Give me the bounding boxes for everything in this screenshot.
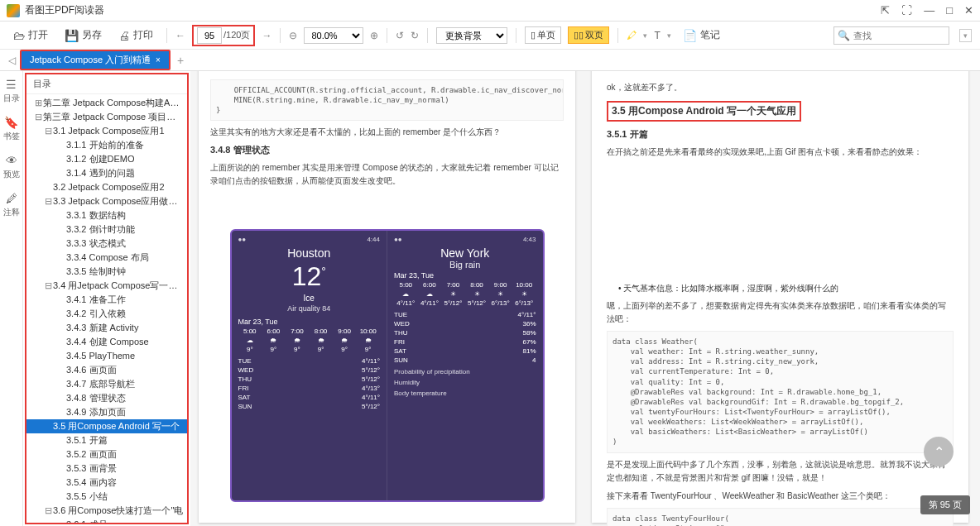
outline-item[interactable]: 3.1.4 遇到的问题 bbox=[26, 166, 187, 180]
page-right: ok，这就差不多了。 3.5 用Compose Android 写一个天气应用 … bbox=[592, 71, 968, 523]
prev-page-icon[interactable]: ← bbox=[175, 30, 185, 41]
open-button[interactable]: 🗁打开 bbox=[8, 26, 53, 44]
outline-item[interactable]: 3.4.2 引入依赖 bbox=[26, 307, 187, 321]
next-page-icon[interactable]: → bbox=[262, 30, 271, 41]
rotate-right-icon[interactable]: ↻ bbox=[411, 30, 419, 41]
tabbar: ◁ Jetpack Compose 入门到精通 × + bbox=[0, 50, 980, 71]
section-35-title: 3.5 用Compose Android 写一个天气应用 bbox=[607, 101, 801, 122]
print-button[interactable]: 🖨打印 bbox=[113, 26, 158, 44]
outline-item[interactable]: ⊟3.1 Jetpack Compose应用1 bbox=[26, 124, 187, 138]
sidebar-icon: 🔖 bbox=[4, 116, 18, 129]
outline-item[interactable]: 3.3.2 倒计时功能 bbox=[26, 222, 187, 237]
code-snippet: data class TwentyFourHour( val time: Str… bbox=[607, 508, 954, 526]
change-background-select[interactable]: 更换背景 bbox=[436, 27, 507, 44]
document-tab-title: Jetpack Compose 入门到精通 bbox=[30, 54, 151, 66]
code-snippet: OFFICIAL_ACCOUNT(R.string.official_accou… bbox=[210, 79, 564, 121]
print-icon: 🖨 bbox=[118, 29, 130, 42]
outline-item[interactable]: 3.4.7 底部导航栏 bbox=[26, 377, 187, 391]
outline-item[interactable]: 3.5.2 画页面 bbox=[26, 447, 187, 461]
weather-app-screenshot: ●●4:44 Houston 12° Ice Air quality 84 Ma… bbox=[230, 229, 545, 502]
sidebar-label: 注释 bbox=[3, 207, 20, 218]
pin-icon[interactable]: ⇱ bbox=[881, 4, 890, 17]
bullet-item: • 天气基本信息：比如降水概率啊，湿度啊，紫外线啊什么的 bbox=[618, 283, 954, 294]
outline-item[interactable]: 3.5 用Compose Android 写一个 bbox=[26, 419, 187, 433]
minimize-icon[interactable]: — bbox=[924, 4, 934, 17]
outline-item[interactable]: ⊟3.3 Jetpack Compose应用做一个 bbox=[26, 194, 187, 208]
main-area: ☰目录🔖书签👁预览🖉注释 目录 ⊞第二章 Jetpack Compose构建An… bbox=[0, 71, 980, 526]
page-number-box: /120页 bbox=[192, 25, 255, 46]
outline-item[interactable]: ⊟3.4 用Jetpack Compose写一个玩 bbox=[26, 279, 187, 293]
sidebar-label: 预览 bbox=[3, 169, 20, 180]
double-page-icon: ▯▯ bbox=[574, 30, 584, 41]
zoom-in-icon[interactable]: ⊕ bbox=[370, 30, 378, 41]
outline-item[interactable]: 3.4.5 PlayTheme bbox=[26, 349, 187, 363]
outline-item[interactable]: 3.4.9 添加页面 bbox=[26, 405, 187, 419]
outline-item[interactable]: 3.5.3 画背景 bbox=[26, 461, 187, 476]
text-tool-icon[interactable]: T bbox=[654, 30, 660, 41]
outline-item[interactable]: 3.4.6 画页面 bbox=[26, 363, 187, 377]
saveas-button[interactable]: 💾另存 bbox=[60, 26, 107, 44]
search-dropdown-icon[interactable]: ▾ bbox=[959, 29, 972, 42]
outline-item[interactable]: 3.3.5 绘制时钟 bbox=[26, 265, 187, 279]
paragraph: 是不是发现上面代码中多了几个东西，没事，别着急，这就说说是啥意思。就算我不说大家… bbox=[607, 458, 954, 485]
outline-item[interactable]: 3.1.1 开始前的准备 bbox=[26, 138, 187, 152]
outline-item[interactable]: 3.4.1 准备工作 bbox=[26, 293, 187, 307]
double-page-button[interactable]: ▯▯双页 bbox=[568, 26, 609, 44]
outline-item[interactable]: 3.4.3 新建 Activity bbox=[26, 321, 187, 335]
document-tab[interactable]: Jetpack Compose 入门到精通 × bbox=[20, 50, 171, 70]
sidebar-item-目录[interactable]: ☰目录 bbox=[3, 78, 20, 104]
outline-item[interactable]: 3.2 Jetpack Compose应用2 bbox=[26, 180, 187, 194]
zoom-out-icon[interactable]: ⊖ bbox=[289, 30, 297, 41]
close-icon[interactable]: ✕ bbox=[964, 4, 973, 17]
section-348-title: 3.4.8 管理状态 bbox=[210, 144, 564, 156]
highlight-icon[interactable]: 🖍 bbox=[627, 30, 637, 41]
outline-item[interactable]: 3.5.1 开篇 bbox=[26, 433, 187, 447]
outline-item[interactable]: ⊟第三章 Jetpack Compose 项目实战 bbox=[26, 110, 187, 124]
outline-item[interactable]: 3.3.1 数据结构 bbox=[26, 208, 187, 222]
fullscreen-icon[interactable]: ⛶ bbox=[901, 4, 912, 17]
folder-open-icon: 🗁 bbox=[13, 29, 25, 42]
search-box: 🔍 bbox=[833, 26, 949, 45]
sidebar-item-预览[interactable]: 👁预览 bbox=[3, 154, 20, 180]
notes-button[interactable]: 📄笔记 bbox=[678, 26, 725, 44]
add-tab-button[interactable]: + bbox=[171, 54, 190, 67]
outline-item[interactable]: 3.4.8 管理状态 bbox=[26, 391, 187, 405]
sidebar-rail: ☰目录🔖书签👁预览🖉注释 bbox=[0, 71, 23, 526]
outline-tree: ⊞第二章 Jetpack Compose构建Andro⊟第三章 Jetpack … bbox=[26, 94, 187, 524]
note-icon: 📄 bbox=[683, 29, 697, 42]
page-total: /120页 bbox=[223, 29, 250, 41]
app-title: 看图王PDF阅读器 bbox=[25, 3, 104, 17]
outline-item[interactable]: 3.3.4 Compose 布局 bbox=[26, 251, 187, 265]
paragraph: 这里其实有的地方大家还是看不太懂的，比如上面的 remember 是个什么东西？ bbox=[210, 126, 564, 139]
tab-close-icon[interactable]: × bbox=[156, 55, 161, 65]
page-indicator: 第 95 页 bbox=[920, 495, 970, 514]
search-input[interactable] bbox=[853, 31, 945, 41]
outline-item[interactable]: 3.6.1 成品 bbox=[26, 518, 187, 524]
outline-item[interactable]: 3.5.4 画内容 bbox=[26, 476, 187, 490]
save-icon: 💾 bbox=[65, 29, 79, 42]
scroll-to-top-button[interactable]: ⌃ bbox=[924, 437, 954, 466]
outline-item[interactable]: 3.1.2 创建DEMO bbox=[26, 152, 187, 166]
outline-item[interactable]: 3.5.5 小结 bbox=[26, 490, 187, 504]
maximize-icon[interactable]: □ bbox=[946, 4, 953, 17]
rotate-left-icon[interactable]: ↺ bbox=[396, 30, 404, 41]
title-bar: 看图王PDF阅读器 ⇱ ⛶ — □ ✕ bbox=[0, 0, 980, 22]
outline-item[interactable]: 3.4.4 创建 Compose bbox=[26, 335, 187, 349]
outline-item[interactable]: ⊟3.6 用Compose快速打造一个"电 bbox=[26, 504, 187, 518]
document-viewport[interactable]: OFFICIAL_ACCOUNT(R.string.official_accou… bbox=[190, 71, 980, 526]
sidebar-icon: ☰ bbox=[6, 78, 17, 91]
zoom-select[interactable]: 80.0% bbox=[304, 27, 363, 44]
sidebar-item-书签[interactable]: 🔖书签 bbox=[3, 116, 20, 142]
paragraph: ok，这就差不多了。 bbox=[607, 81, 954, 94]
outline-item[interactable]: 3.3.3 状态模式 bbox=[26, 237, 187, 251]
outline-panel: 目录 ⊞第二章 Jetpack Compose构建Andro⊟第三章 Jetpa… bbox=[25, 73, 189, 524]
page-input[interactable] bbox=[197, 27, 222, 44]
sidebar-icon: 🖉 bbox=[6, 192, 17, 205]
sidebar-label: 目录 bbox=[3, 93, 20, 104]
tab-prev-icon[interactable]: ◁ bbox=[3, 55, 20, 66]
sidebar-item-注释[interactable]: 🖉注释 bbox=[3, 192, 20, 218]
paragraph: 在开搞之前还是先来看看最终的实现效果吧,上面 Gif 图有点卡顿，来看看静态的效… bbox=[607, 146, 954, 159]
single-page-button[interactable]: ▯单页 bbox=[525, 26, 561, 44]
outline-item[interactable]: ⊞第二章 Jetpack Compose构建Andro bbox=[26, 96, 187, 110]
paragraph: 嗯，上面列举的差不多了，想要数据肯定得先有实体类来存放数据吧，咱们来看看实体类的… bbox=[607, 299, 954, 326]
